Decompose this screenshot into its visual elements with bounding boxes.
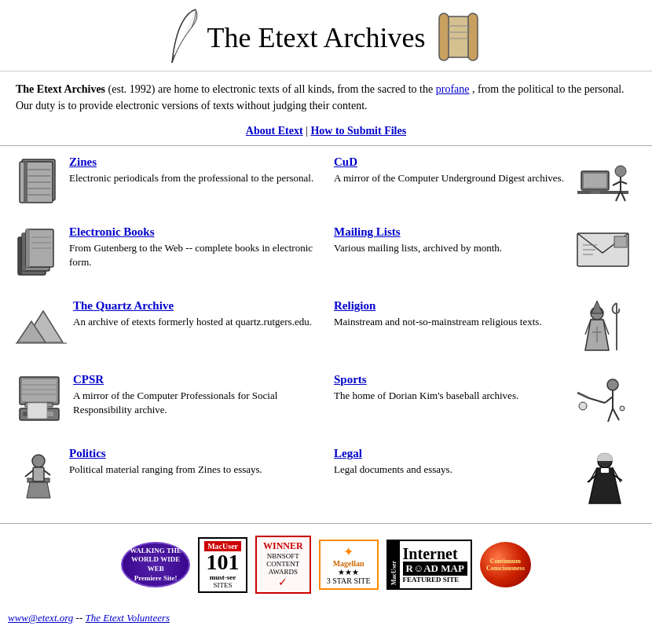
bottom-links: www@etext.org -- The Etext Volunteers: [0, 606, 652, 631]
globe-badge: ContinuumConsciousness: [480, 542, 531, 587]
svg-line-22: [621, 181, 627, 184]
quartz-archive-desc: An archive of etexts formerly hosted at …: [73, 315, 318, 329]
quartz-archive-text: The Quartz Archive An archive of etexts …: [73, 299, 318, 329]
walking-www-badge: WALKING THEWORLD WIDE WEBPremiere Site!: [121, 542, 190, 587]
section-zines: Zines Electronic periodicals from the pr…: [8, 146, 326, 216]
svg-rect-30: [26, 229, 30, 267]
mailing-lists-desc: Various mailing lists, archived by month…: [334, 241, 567, 255]
svg-marker-46: [592, 301, 603, 313]
svg-rect-9: [24, 162, 27, 203]
content-label: CONTENT: [263, 560, 303, 568]
macuser-101-badge: MacUser 101 must-see SITES: [198, 537, 247, 593]
submit-files-link[interactable]: How to Submit Files: [310, 125, 406, 137]
religion-text: Religion Mainstream and not-so-mainstrea…: [334, 299, 567, 329]
sections-grid: Zines Electronic periodicals from the pr…: [8, 146, 644, 515]
section-electronic-books: Electronic Books From Gutenberg to the W…: [8, 216, 326, 290]
politics-desc: Political material ranging from Zines to…: [69, 463, 318, 477]
volunteers-link[interactable]: The Etext Volunteers: [86, 612, 170, 624]
magellan-star: ✦: [327, 544, 371, 559]
electronic-books-link[interactable]: Electronic Books: [69, 225, 318, 239]
must-see-label: must-see: [210, 573, 236, 581]
svg-point-63: [607, 379, 618, 390]
quill-icon: [168, 8, 200, 67]
magellan-badge: ✦ Magellan ★★★ 3 STAR SITE: [319, 540, 379, 590]
electronic-books-text: Electronic Books From Gutenberg to the W…: [69, 225, 318, 269]
computer-person-icon: [573, 156, 636, 207]
macuser-vertical-label: MacUser: [388, 541, 400, 588]
section-cud: CuD A mirror of the Computer Underground…: [326, 146, 644, 216]
site-name: The Etext Archives: [16, 83, 105, 95]
content-area: Zines Electronic periodicals from the pr…: [0, 145, 652, 515]
internet-label: Internet: [403, 546, 467, 562]
magellan-label: Magellan: [327, 559, 371, 568]
scroll-icon: [433, 10, 484, 65]
intro-established: (est. 1992) are home to electronic texts…: [108, 83, 436, 95]
sports-link[interactable]: Sports: [334, 373, 567, 386]
nbnsoft-label: NBNSOFT: [263, 552, 303, 560]
envelope-icon: [573, 225, 636, 273]
pyramids-icon: [16, 299, 67, 346]
politics-link[interactable]: Politics: [69, 447, 318, 460]
svg-rect-18: [591, 190, 600, 194]
mailing-lists-link[interactable]: Mailing Lists: [334, 225, 567, 239]
road-map-label: R☺AD MAP: [403, 562, 467, 576]
section-religion: Religion Mainstream and not-so-mainstrea…: [326, 290, 644, 364]
featured-site-label: FEATURED SITE: [403, 576, 467, 584]
computer-desk-icon: [16, 373, 67, 424]
cpsr-link[interactable]: CPSR: [73, 373, 318, 386]
quartz-archive-link[interactable]: The Quartz Archive: [73, 299, 318, 313]
zines-link[interactable]: Zines: [69, 156, 318, 169]
books-icon: [16, 225, 63, 280]
svg-line-75: [25, 470, 33, 477]
mailing-lists-text: Mailing Lists Various mailing lists, arc…: [334, 225, 567, 255]
zines-desc: Electronic periodicals from the professi…: [69, 171, 318, 185]
winner-badge: WINNER NBNSOFT CONTENT AWARDS ✓: [255, 536, 311, 594]
about-etext-link[interactable]: About Etext: [246, 125, 303, 137]
intro-section: The Etext Archives (est. 1992) are home …: [0, 71, 652, 120]
sports-icon: [573, 373, 636, 428]
politics-text: Politics Political material ranging from…: [69, 447, 318, 477]
awards-label: AWARDS: [263, 568, 303, 576]
svg-line-65: [605, 397, 613, 403]
profane-link[interactable]: profane: [436, 83, 470, 95]
legal-text: Legal Legal documents and essays.: [334, 447, 567, 477]
svg-line-66: [589, 398, 605, 403]
winner-label: WINNER: [263, 540, 303, 552]
svg-point-59: [23, 412, 27, 416]
section-quartz-archive: The Quartz Archive An archive of etexts …: [8, 290, 326, 364]
svg-point-70: [579, 402, 587, 410]
svg-line-76: [44, 470, 50, 475]
page-header: The Etext Archives: [0, 0, 652, 71]
religion-link[interactable]: Religion: [334, 299, 567, 313]
legal-link[interactable]: Legal: [334, 447, 567, 460]
page-title: The Etext Archives: [207, 21, 426, 54]
section-mailing-lists: Mailing Lists Various mailing lists, arc…: [326, 216, 644, 290]
speaker-icon: [16, 447, 63, 502]
email-link[interactable]: www@etext.org: [8, 612, 73, 624]
religion-desc: Mainstream and not-so-mainstream religio…: [334, 315, 567, 329]
legal-desc: Legal documents and essays.: [334, 463, 567, 477]
svg-rect-53: [22, 379, 57, 401]
svg-point-19: [615, 166, 626, 177]
svg-rect-62: [27, 403, 47, 419]
svg-point-71: [620, 406, 625, 411]
svg-point-73: [32, 455, 45, 467]
svg-rect-82: [601, 468, 609, 473]
cpsr-desc: A mirror of the Computer Professionals f…: [73, 389, 318, 417]
svg-line-69: [577, 393, 589, 398]
sports-text: Sports The home of Dorian Kim's baseball…: [334, 373, 567, 403]
svg-rect-17: [584, 174, 606, 188]
judge-icon: [573, 447, 636, 506]
separator-dash: --: [76, 612, 86, 624]
svg-rect-74: [33, 467, 44, 481]
svg-line-68: [613, 408, 619, 420]
zines-text: Zines Electronic periodicals from the pr…: [69, 156, 318, 185]
walking-www-label: WALKING THEWORLD WIDE WEBPremiere Site!: [127, 547, 184, 584]
cud-link[interactable]: CuD: [334, 156, 567, 169]
svg-rect-3: [468, 13, 478, 60]
magellan-site: 3 STAR SITE: [327, 576, 371, 585]
svg-rect-38: [614, 236, 627, 247]
internet-roadmap-badge: MacUser Internet R☺AD MAP FEATURED SITE: [386, 540, 472, 590]
electronic-books-desc: From Gutenberg to the Web -- complete bo…: [69, 241, 318, 269]
cud-text: CuD A mirror of the Computer Underground…: [334, 156, 567, 185]
